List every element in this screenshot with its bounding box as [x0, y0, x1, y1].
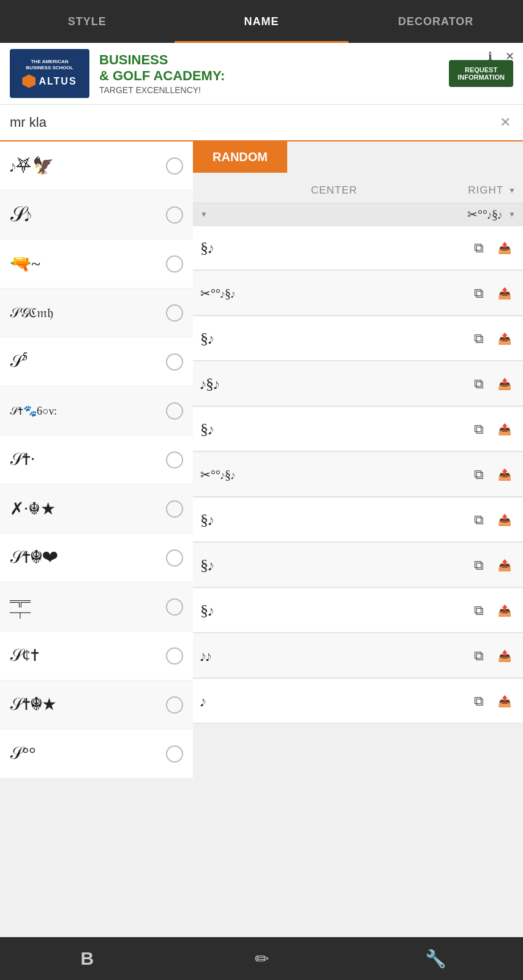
radio-button[interactable] [166, 255, 183, 273]
search-bar: ✕ [0, 105, 523, 141]
copy-button[interactable]: ⧉ [468, 281, 490, 306]
list-item[interactable]: 𝒮𝒢ℭ𝔪𝔥 [0, 288, 193, 337]
name-symbol: ✗·☬★ [10, 499, 166, 519]
result-center-symbol: §𝆕 [200, 239, 468, 257]
copy-button[interactable]: ⧉ [468, 417, 490, 442]
list-item[interactable]: 🔫~ [0, 239, 193, 288]
radio-button[interactable] [166, 647, 183, 665]
right-panel: RANDOM CENTER RIGHT ▼ ▼ ✂°°𝆕§𝆕 ▼ §𝆕 ⧉ 📤 … [193, 141, 523, 778]
name-symbol: 𝆕⛧🦅 [10, 156, 166, 176]
center-decorator-dropdown[interactable]: ▼ [200, 210, 208, 219]
list-item[interactable]: 𝒮✝· [0, 435, 193, 484]
name-symbol: 𝒮✝☬★ [10, 695, 166, 715]
radio-button[interactable] [166, 549, 183, 567]
edit-icon: ✏ [255, 949, 269, 969]
name-symbol: 𝒮✝· [10, 450, 166, 470]
result-row: 𝆕§𝆕 ⧉ 📤 [193, 362, 523, 406]
radio-button[interactable] [166, 304, 183, 322]
result-center-symbol: §𝆕 [200, 420, 468, 439]
share-button[interactable]: 📤 [494, 689, 516, 714]
edit-button[interactable]: ✏ [175, 937, 349, 980]
right-decorator-symbol: ✂°°𝆕§𝆕 [467, 207, 502, 222]
radio-button[interactable] [166, 402, 183, 420]
result-center-symbol: §𝆕 [200, 330, 468, 348]
tab-name[interactable]: NAME [175, 0, 349, 43]
altus-text: ALTUS [39, 76, 77, 87]
ad-altus-brand: ALTUS [22, 75, 77, 88]
ad-close-icon[interactable]: ✕ [502, 49, 517, 64]
list-item[interactable]: 𝒮✝🐾6○ν: [0, 386, 193, 435]
tab-style[interactable]: STYLE [0, 0, 175, 43]
bold-button[interactable]: B [0, 937, 175, 980]
tab-decorator[interactable]: DECORATOR [348, 0, 523, 43]
result-row: 𝆕 ⧉ 📤 [193, 679, 523, 723]
right-decorator-dropdown[interactable]: ▼ [508, 210, 516, 219]
result-center-symbol: ✂°°𝆕§𝆕 [200, 467, 468, 482]
copy-button[interactable]: ⧉ [468, 372, 490, 396]
result-center-symbol: 𝆕§𝆕 [200, 375, 468, 393]
search-input[interactable] [10, 115, 497, 130]
result-center-symbol: §𝆕 [200, 511, 468, 529]
share-button[interactable]: 📤 [494, 236, 516, 260]
copy-button[interactable]: ⧉ [468, 508, 490, 532]
radio-button[interactable] [166, 696, 183, 714]
radio-button[interactable] [166, 451, 183, 469]
list-item[interactable]: 𝒮¢✝ [0, 631, 193, 680]
result-center-symbol: §𝆕 [200, 556, 468, 575]
result-center-symbol: 𝆕𝆕 [200, 647, 468, 665]
radio-button[interactable] [166, 353, 183, 371]
share-button[interactable]: 📤 [494, 553, 516, 578]
copy-button[interactable]: ⧉ [468, 644, 490, 668]
ad-cta-button[interactable]: REQUEST INFORMATION [449, 60, 513, 87]
result-center-symbol: §𝆕 [200, 601, 468, 620]
name-symbol: 𝒮⁵ [10, 352, 166, 372]
radio-button[interactable] [166, 206, 183, 224]
share-button[interactable]: 📤 [494, 462, 516, 487]
list-item[interactable]: ✗·☬★ [0, 484, 193, 533]
share-button[interactable]: 📤 [494, 281, 516, 306]
result-row: §𝆕 ⧉ 📤 [193, 407, 523, 451]
ad-title: BUSINESS & GOLF ACADEMY: [99, 52, 442, 85]
copy-button[interactable]: ⧉ [468, 326, 490, 351]
main-content: 𝆕⛧🦅 𝒮𝆕 🔫~ 𝒮𝒢ℭ𝔪𝔥 𝒮⁵ 𝒮✝🐾6○ν: 𝒮✝· [0, 141, 523, 778]
radio-button[interactable] [166, 745, 183, 763]
share-button[interactable]: 📤 [494, 508, 516, 532]
share-button[interactable]: 📤 [494, 372, 516, 396]
copy-button[interactable]: ⧉ [468, 598, 490, 623]
ad-content: BUSINESS & GOLF ACADEMY: TARGET EXCENLLE… [99, 52, 442, 96]
name-symbol: 𝒮𝆕 [10, 203, 166, 227]
copy-button[interactable]: ⧉ [468, 462, 490, 487]
list-item[interactable]: 𝒮✝☬★ [0, 680, 193, 729]
settings-button[interactable]: 🔧 [348, 937, 523, 980]
list-item[interactable]: ═╦═─┬─ [0, 582, 193, 631]
copy-button[interactable]: ⧉ [468, 553, 490, 578]
ad-school-name: THE AMERICAN BUSINESS SCHOOL [26, 59, 73, 70]
share-button[interactable]: 📤 [494, 417, 516, 442]
settings-icon: 🔧 [425, 949, 446, 969]
ad-banner: ℹ ✕ THE AMERICAN BUSINESS SCHOOL ALTUS B… [0, 43, 523, 105]
right-column-dropdown[interactable]: ▼ [508, 186, 516, 195]
result-row: §𝆕 ⧉ 📤 [193, 317, 523, 361]
result-center-symbol: 𝆕 [200, 692, 468, 710]
result-row: ✂°°𝆕§𝆕 ⧉ 📤 [193, 453, 523, 497]
share-button[interactable]: 📤 [494, 598, 516, 623]
list-item[interactable]: 𝒮°° [0, 729, 193, 778]
list-item[interactable]: 𝒮𝆕 [0, 190, 193, 239]
list-item[interactable]: 𝒮✝☬❤ [0, 533, 193, 582]
list-item[interactable]: 𝆕⛧🦅 [0, 141, 193, 190]
share-button[interactable]: 📤 [494, 326, 516, 351]
copy-button[interactable]: ⧉ [468, 236, 490, 260]
radio-button[interactable] [166, 598, 183, 616]
list-item[interactable]: 𝒮⁵ [0, 337, 193, 386]
random-button[interactable]: RANDOM [193, 141, 287, 173]
ad-info-icon[interactable]: ℹ [483, 49, 497, 64]
radio-button[interactable] [166, 500, 183, 518]
column-header-row: CENTER RIGHT ▼ [193, 178, 523, 203]
altus-shield-icon [22, 75, 36, 88]
share-button[interactable]: 📤 [494, 644, 516, 668]
search-clear-button[interactable]: ✕ [497, 112, 513, 133]
copy-button[interactable]: ⧉ [468, 689, 490, 714]
name-symbol: 𝒮✝☬❤ [10, 548, 166, 568]
radio-button[interactable] [166, 157, 183, 175]
right-decorator-preview: ✂°°𝆕§𝆕 [214, 207, 502, 222]
